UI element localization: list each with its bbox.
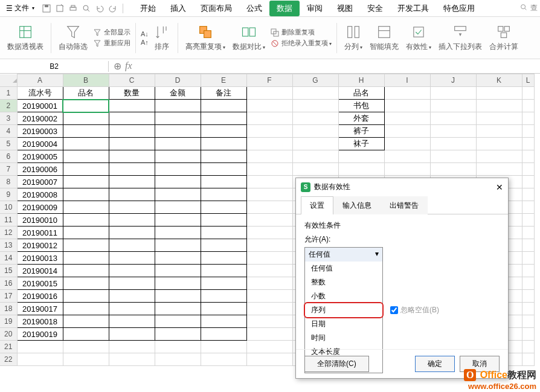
row-header[interactable]: 9 <box>0 188 17 201</box>
tab-view[interactable]: 视图 <box>330 1 360 16</box>
cell[interactable] <box>201 214 246 227</box>
allow-option[interactable]: 整数 <box>305 275 382 289</box>
cell[interactable] <box>201 125 246 138</box>
cell[interactable]: 20190002 <box>17 112 63 125</box>
cell[interactable] <box>522 252 534 265</box>
cell[interactable] <box>63 341 109 353</box>
cell[interactable] <box>63 163 109 176</box>
cell[interactable] <box>476 112 522 125</box>
cell[interactable] <box>201 138 246 150</box>
cell[interactable] <box>246 341 292 353</box>
dialog-tab-error[interactable]: 出错警告 <box>381 196 428 214</box>
tab-dev[interactable]: 开发工具 <box>390 1 436 16</box>
row-header[interactable]: 12 <box>0 227 17 239</box>
cell[interactable] <box>246 125 292 138</box>
cell[interactable]: 20190005 <box>17 150 63 163</box>
row-header[interactable]: 1 <box>0 87 17 100</box>
allow-option[interactable]: 小数 <box>305 289 382 303</box>
cell[interactable] <box>201 303 246 315</box>
cell[interactable] <box>384 100 430 112</box>
ignore-blank-check[interactable]: 忽略空值(B) <box>390 305 439 315</box>
tab-insert[interactable]: 插入 <box>163 1 193 16</box>
cell[interactable]: 品名 <box>338 87 384 100</box>
row-header[interactable]: 2 <box>0 100 17 112</box>
cell[interactable] <box>109 227 155 239</box>
cell[interactable] <box>155 277 201 290</box>
cell[interactable] <box>430 125 476 138</box>
cell[interactable] <box>522 163 534 176</box>
cell[interactable] <box>338 163 384 176</box>
pivot-button[interactable]: 数据透视表 <box>5 24 46 52</box>
cell[interactable] <box>109 328 155 341</box>
cell[interactable] <box>63 303 109 315</box>
cell[interactable] <box>109 138 155 150</box>
row-header[interactable]: 17 <box>0 290 17 303</box>
reapply-button[interactable]: 重新应用 <box>92 39 130 48</box>
cell[interactable]: 20190016 <box>17 290 63 303</box>
cell[interactable] <box>155 252 201 265</box>
cell[interactable] <box>201 328 246 341</box>
cell[interactable] <box>155 163 201 176</box>
cell[interactable] <box>476 150 522 163</box>
col-header-J[interactable]: J <box>430 74 476 87</box>
cell[interactable] <box>476 138 522 150</box>
cell[interactable]: 20190017 <box>17 303 63 315</box>
tab-security[interactable]: 安全 <box>360 1 390 16</box>
cell[interactable] <box>109 265 155 277</box>
row-header[interactable]: 3 <box>0 112 17 125</box>
cell[interactable] <box>246 188 292 201</box>
row-header[interactable]: 6 <box>0 150 17 163</box>
cell[interactable] <box>292 87 338 100</box>
cell[interactable] <box>246 87 292 100</box>
allow-option[interactable]: 日期 <box>305 317 382 331</box>
cell[interactable] <box>522 265 534 277</box>
cell[interactable] <box>476 100 522 112</box>
cell[interactable] <box>246 150 292 163</box>
showall-button[interactable]: 全部显示 <box>92 28 130 37</box>
cell[interactable]: 20190004 <box>17 138 63 150</box>
cell[interactable] <box>155 125 201 138</box>
col-header-L[interactable]: L <box>522 74 534 87</box>
cell[interactable] <box>246 239 292 252</box>
cell[interactable] <box>246 328 292 341</box>
row-header[interactable]: 15 <box>0 265 17 277</box>
print-preview-icon[interactable] <box>82 4 91 13</box>
cell[interactable]: 20190010 <box>17 214 63 227</box>
row-header[interactable]: 4 <box>0 125 17 138</box>
cell[interactable] <box>109 214 155 227</box>
cell[interactable] <box>246 163 292 176</box>
cell[interactable] <box>246 353 292 366</box>
cell[interactable] <box>63 100 109 112</box>
row-header[interactable]: 19 <box>0 315 17 328</box>
cell[interactable] <box>522 227 534 239</box>
autofilter-button[interactable]: 自动筛选 <box>56 24 90 52</box>
cell[interactable] <box>155 138 201 150</box>
cell[interactable]: 外套 <box>338 112 384 125</box>
dialog-tab-input[interactable]: 输入信息 <box>333 196 381 214</box>
cell[interactable] <box>201 150 246 163</box>
row-header[interactable]: 8 <box>0 176 17 188</box>
cell[interactable] <box>292 138 338 150</box>
cell[interactable] <box>109 201 155 214</box>
ok-button[interactable]: 确定 <box>415 356 455 372</box>
dialog-tab-settings[interactable]: 设置 <box>301 196 333 214</box>
cell[interactable] <box>201 100 246 112</box>
print-icon[interactable] <box>68 4 78 13</box>
cell[interactable] <box>201 176 246 188</box>
cell[interactable]: 20190006 <box>17 163 63 176</box>
cell[interactable] <box>246 176 292 188</box>
cell[interactable]: 20190015 <box>17 277 63 290</box>
cell[interactable] <box>292 112 338 125</box>
cell[interactable] <box>63 112 109 125</box>
file-menu[interactable]: ☰ 文件 ▾ <box>2 2 38 14</box>
cell[interactable] <box>109 341 155 353</box>
cell[interactable] <box>384 150 430 163</box>
cell[interactable] <box>63 277 109 290</box>
cell[interactable] <box>63 239 109 252</box>
cell[interactable] <box>201 112 246 125</box>
cell[interactable]: 20190007 <box>17 176 63 188</box>
cell[interactable] <box>522 341 534 353</box>
cell[interactable] <box>201 163 246 176</box>
cell[interactable] <box>63 252 109 265</box>
cell[interactable] <box>522 87 534 100</box>
